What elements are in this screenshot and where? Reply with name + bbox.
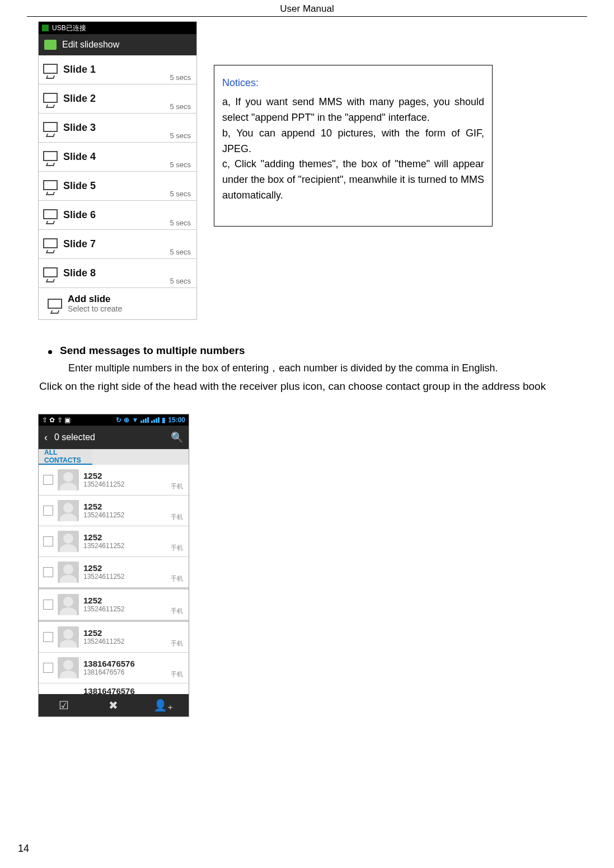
contact-name: 1252 (83, 502, 124, 512)
avatar (58, 657, 79, 678)
notice-c: c, Click "adding themes", the box of "th… (222, 157, 484, 204)
slide-title: Slide 8 (63, 267, 96, 279)
checkbox[interactable] (43, 567, 53, 577)
add-slide-title: Add slide (68, 294, 122, 305)
slide-title: Slide 6 (63, 209, 96, 221)
bottom-toolbar: ☑ ✖ 👤₊ (39, 694, 189, 716)
slide-title: Slide 3 (63, 122, 96, 134)
deselect-icon[interactable]: ✖ (102, 697, 125, 714)
contact-name: 13816476576 (83, 659, 135, 669)
projector-icon (43, 64, 58, 76)
projector-icon (43, 151, 58, 163)
contact-number: 13524611252 (83, 481, 124, 488)
projector-icon (43, 93, 58, 105)
back-icon[interactable]: ‹ (44, 432, 48, 444)
notice-a: a, If you want send MMS with many pages,… (222, 95, 484, 126)
contact-row[interactable]: 125213524611252手机 (39, 496, 189, 526)
slide-duration: 5 secs (170, 131, 191, 140)
contact-row[interactable]: 1381647657613816476576手机 (39, 653, 189, 683)
projector-icon (43, 209, 58, 221)
avatar (58, 500, 79, 521)
add-slide-row[interactable]: Add slide Select to create (39, 287, 196, 319)
contact-name: 1252 (83, 471, 124, 481)
slide-row[interactable]: Slide 55 secs (39, 171, 196, 200)
slide-row[interactable]: Slide 15 secs (39, 55, 196, 84)
contact-number: 13524611252 (83, 542, 124, 550)
screenshot-contacts: ⇧ ✿ ⇧ ▣ ↻ ⊕ ▼ ▮ 15:00 ‹ 0 selected 🔍 ALL… (38, 414, 189, 717)
avatar (58, 531, 79, 552)
slide-duration: 5 secs (170, 277, 191, 285)
phone-type: 手机 (171, 482, 183, 490)
contact-name: 1252 (83, 533, 124, 542)
notice-b: b, You can append 10 pictures, with the … (222, 126, 484, 157)
slide-duration: 5 secs (170, 190, 191, 198)
contact-row[interactable]: 125213524611252手机 (39, 465, 189, 496)
contact-row[interactable]: 125213524611252手机 (39, 526, 189, 557)
section-line1: Enter multiple numbers in the box of ent… (39, 361, 587, 375)
contact-row[interactable]: 125213524611252手机 (39, 557, 189, 588)
status-bar: USB已连接 (39, 22, 196, 34)
alarm-icon: ⊕ (124, 416, 129, 424)
projector-icon (43, 180, 58, 192)
slide-title: Slide 2 (63, 93, 96, 105)
phone-type: 手机 (171, 513, 183, 521)
contact-row[interactable]: 13816476576 (39, 683, 189, 694)
bullet-icon (48, 350, 52, 354)
edit-title: Edit slideshow (62, 40, 119, 50)
projector-icon (43, 238, 58, 251)
projector-icon (43, 267, 58, 280)
slide-title: Slide 4 (63, 151, 96, 163)
screenshot-edit-slideshow: USB已连接 Edit slideshow Slide 15 secsSlide… (38, 21, 197, 320)
usb-icon (42, 25, 49, 31)
slide-duration: 5 secs (170, 248, 191, 256)
slide-title: Slide 7 (63, 238, 96, 250)
sync-icon: ↻ (116, 416, 121, 424)
contact-row[interactable]: 125213524611252手机 (39, 622, 189, 653)
add-contact-icon[interactable]: 👤₊ (152, 697, 175, 714)
tab-all-contacts[interactable]: ALL CONTACTS (39, 449, 92, 465)
add-slide-subtitle: Select to create (68, 305, 122, 313)
checkbox[interactable] (43, 632, 53, 642)
notices-box: Notices: a, If you want send MMS with ma… (214, 65, 493, 227)
phone-type: 手机 (171, 574, 183, 583)
contact-name: 1252 (83, 596, 124, 606)
bullet-row: Send messages to multiple numbers (39, 345, 587, 357)
usb-label: USB已连接 (52, 23, 86, 33)
signal-icon (151, 417, 160, 423)
slide-list: Slide 15 secsSlide 25 secsSlide 35 secsS… (39, 55, 196, 287)
avatar (58, 562, 79, 583)
slide-title: Slide 5 (63, 180, 96, 192)
checkbox[interactable] (43, 663, 53, 673)
avatar (58, 626, 79, 648)
checkbox[interactable] (43, 475, 53, 485)
checkbox[interactable] (43, 600, 53, 610)
avatar (58, 594, 79, 615)
slide-duration: 5 secs (170, 219, 191, 227)
contact-number: 13524611252 (83, 638, 124, 645)
clock-label: 15:00 (168, 416, 185, 424)
header-rule (27, 16, 587, 17)
status-left-icons: ⇧ ✿ ⇧ ▣ (42, 416, 71, 424)
slide-row[interactable]: Slide 65 secs (39, 200, 196, 229)
select-all-icon[interactable]: ☑ (53, 697, 75, 714)
selection-header: ‹ 0 selected 🔍 (39, 426, 189, 449)
section-line2: Click on the right side of the head with… (39, 380, 587, 393)
slide-row[interactable]: Slide 75 secs (39, 229, 196, 258)
contact-number: 13816476576 (83, 669, 135, 676)
battery-icon: ▮ (162, 416, 166, 424)
slide-row[interactable]: Slide 85 secs (39, 258, 196, 287)
checkbox[interactable] (43, 536, 53, 546)
slide-duration: 5 secs (170, 102, 191, 111)
slide-row[interactable]: Slide 35 secs (39, 113, 196, 142)
search-icon[interactable]: 🔍 (171, 431, 183, 444)
contact-row[interactable]: 125213524611252手机 (39, 589, 189, 620)
contact-name: 1252 (83, 564, 124, 573)
selected-count: 0 selected (54, 432, 95, 442)
slide-row[interactable]: Slide 45 secs (39, 142, 196, 171)
contact-name: 13816476576 (83, 687, 135, 694)
page-header: User Manual (27, 0, 587, 15)
bullet-title: Send messages to multiple numbers (60, 345, 245, 357)
slide-row[interactable]: Slide 25 secs (39, 84, 196, 113)
message-icon (44, 40, 57, 50)
checkbox[interactable] (43, 506, 53, 516)
